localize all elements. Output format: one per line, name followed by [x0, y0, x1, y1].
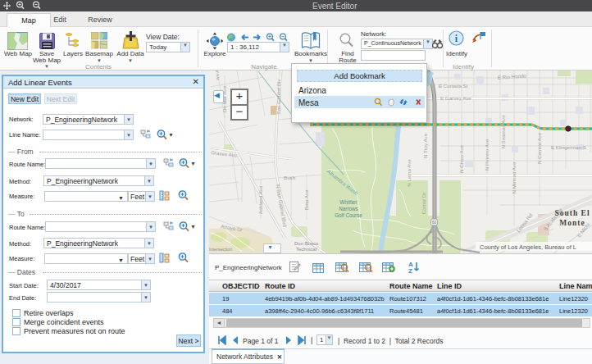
- svg-text:N Potrero Ave: N Potrero Ave: [484, 139, 490, 171]
- svg-text:E Cortada St: E Cortada St: [439, 83, 468, 89]
- svg-text:N Troy Ave: N Troy Ave: [422, 133, 428, 158]
- svg-text:Whittier: Whittier: [339, 199, 357, 205]
- svg-text:N Seaman Ave: N Seaman Ave: [500, 115, 506, 149]
- svg-text:Z: Z: [408, 267, 412, 274]
- svg-text:E Klingerman S: E Klingerman S: [551, 144, 586, 150]
- svg-text:San Gabriel Blv: San Gabriel Blv: [276, 79, 281, 115]
- svg-text:Narrows: Narrows: [339, 206, 357, 212]
- svg-text:E Garvey Ave: E Garvey Ave: [440, 95, 471, 101]
- svg-text:Ashland Ave: Ashland Ave: [257, 185, 263, 214]
- svg-text:N Merced Ave: N Merced Ave: [511, 162, 517, 193]
- svg-text:Cortez Dr: Cortez Dr: [421, 193, 426, 214]
- svg-text:Beta Ave: Beta Ave: [303, 189, 309, 210]
- svg-text:County of Los Angeles, Bureau: County of Los Angeles, Bureau of L: [480, 243, 576, 251]
- svg-text:Technical: Technical: [296, 247, 316, 252]
- svg-text:Monte: Monte: [559, 219, 585, 227]
- svg-text:Golf Course: Golf Course: [335, 212, 362, 218]
- svg-text:60: 60: [432, 221, 437, 225]
- svg-text:N Central Ave: N Central Ave: [536, 132, 542, 164]
- svg-text:South El: South El: [554, 209, 590, 217]
- svg-text:N Lema Ave: N Lema Ave: [406, 159, 412, 187]
- svg-text:Intersection: Intersection: [209, 247, 232, 252]
- svg-text:wn Av: wn Av: [214, 71, 220, 81]
- svg-text:Bush: Bush: [284, 175, 296, 180]
- svg-text:Don Bosco: Don Bosco: [294, 241, 319, 246]
- svg-text:N Chico Ave: N Chico Ave: [458, 144, 464, 172]
